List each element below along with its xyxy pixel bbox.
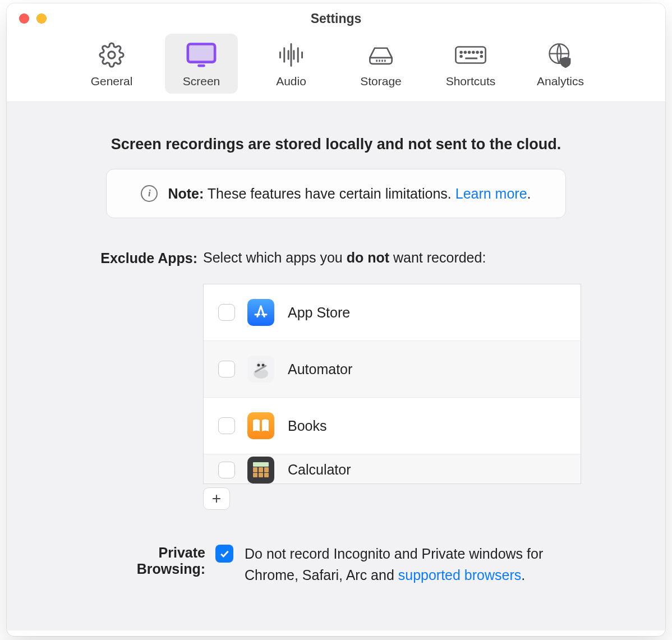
- note-text: Note: These features have certain limita…: [168, 186, 531, 202]
- add-app-button[interactable]: +: [203, 487, 230, 510]
- screen-pane: Screen recordings are stored locally and…: [7, 102, 665, 630]
- svg-point-14: [464, 52, 466, 53]
- tab-storage[interactable]: Storage: [344, 34, 417, 94]
- headline: Screen recordings are stored locally and…: [91, 136, 581, 153]
- svg-point-13: [461, 52, 462, 53]
- app-row[interactable]: Automator: [204, 341, 581, 398]
- svg-point-20: [481, 56, 482, 57]
- exclude-apps-list[interactable]: App Store Automator Book: [203, 284, 581, 484]
- svg-point-16: [472, 52, 474, 53]
- svg-point-0: [108, 52, 115, 58]
- tab-label: Shortcuts: [446, 75, 496, 88]
- app-checkbox[interactable]: [218, 462, 235, 478]
- waveform-icon: [274, 41, 308, 69]
- private-browsing-description: Do not record Incognito and Private wind…: [245, 544, 581, 586]
- books-icon: [247, 412, 274, 439]
- info-icon: i: [141, 185, 158, 202]
- app-checkbox[interactable]: [218, 304, 235, 321]
- tab-shortcuts[interactable]: Shortcuts: [434, 34, 507, 94]
- private-browsing-label: Private Browsing:: [91, 544, 211, 577]
- disk-icon: [364, 41, 398, 69]
- tab-label: Screen: [183, 75, 220, 88]
- app-name: Automator: [288, 361, 352, 377]
- automator-icon: [247, 356, 274, 383]
- app-name: App Store: [288, 305, 350, 321]
- app-checkbox[interactable]: [218, 417, 235, 434]
- note-body: These features have certain limitations.: [204, 186, 455, 201]
- supported-browsers-link[interactable]: supported browsers: [398, 567, 522, 583]
- gear-icon: [95, 41, 128, 69]
- svg-point-15: [468, 52, 470, 53]
- titlebar: Settings: [7, 3, 665, 31]
- app-row[interactable]: App Store: [204, 284, 581, 341]
- window-title: Settings: [311, 11, 362, 26]
- globe-shield-icon: [544, 41, 577, 69]
- tab-label: General: [91, 75, 133, 88]
- note-label: Note:: [168, 186, 204, 201]
- settings-window: Settings General Screen Audio Storage: [7, 3, 665, 636]
- exclude-apps-body: Select which apps you do not want record…: [203, 250, 581, 510]
- exclude-apps-label: Exclude Apps:: [91, 250, 203, 266]
- keyboard-icon: [454, 41, 487, 69]
- app-name: Calculator: [288, 462, 351, 478]
- tab-label: Storage: [360, 75, 402, 88]
- svg-point-19: [461, 56, 462, 57]
- svg-point-17: [477, 52, 478, 53]
- tab-label: Analytics: [537, 75, 584, 88]
- plus-icon: +: [212, 490, 221, 508]
- svg-point-18: [481, 52, 482, 53]
- app-store-icon: [247, 299, 274, 326]
- tab-general[interactable]: General: [75, 34, 148, 94]
- private-browsing-checkbox[interactable]: [215, 545, 233, 563]
- toolbar: General Screen Audio Storage Shortcuts: [7, 31, 665, 102]
- learn-more-link[interactable]: Learn more: [455, 186, 527, 201]
- svg-rect-2: [197, 65, 205, 67]
- tab-label: Audio: [276, 75, 306, 88]
- tab-screen[interactable]: Screen: [165, 34, 238, 94]
- minimize-button[interactable]: [36, 13, 47, 24]
- note-suffix: .: [527, 186, 531, 201]
- app-row[interactable]: Books: [204, 398, 581, 454]
- tab-audio[interactable]: Audio: [255, 34, 328, 94]
- close-button[interactable]: [19, 13, 29, 24]
- tab-analytics[interactable]: Analytics: [524, 34, 597, 94]
- app-name: Books: [288, 418, 326, 434]
- monitor-icon: [185, 41, 218, 69]
- app-checkbox[interactable]: [218, 361, 235, 377]
- private-browsing-section: Private Browsing: Do not record Incognit…: [91, 544, 581, 586]
- note-callout: i Note: These features have certain limi…: [106, 169, 566, 218]
- exclude-apps-section: Exclude Apps: Select which apps you do n…: [91, 250, 581, 510]
- svg-point-25: [257, 364, 260, 367]
- calculator-icon: [247, 457, 274, 484]
- app-row[interactable]: Calculator: [204, 454, 581, 484]
- svg-rect-1: [188, 44, 215, 62]
- window-controls: [19, 13, 47, 24]
